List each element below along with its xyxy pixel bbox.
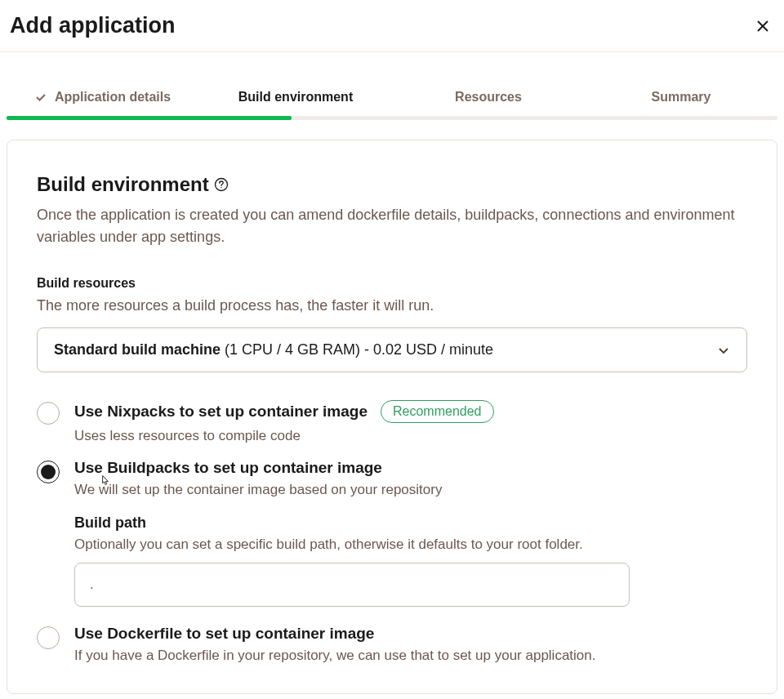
cursor-pointer-icon <box>97 474 114 490</box>
header-divider <box>0 51 784 52</box>
radio-title: Use Buildpacks to set up container image <box>74 459 382 477</box>
select-bold: Standard build machine <box>54 341 220 358</box>
step-label: Summary <box>652 90 711 105</box>
step-resources[interactable]: Resources <box>392 78 585 116</box>
check-icon <box>35 91 47 103</box>
radio-title-row: Use Nixpacks to set up container image R… <box>74 400 747 423</box>
radio-content: Use Nixpacks to set up container image R… <box>74 400 747 444</box>
close-icon <box>755 18 771 34</box>
build-resources-title: Build resources <box>37 276 747 291</box>
radio-group: Use Nixpacks to set up container image R… <box>37 400 747 664</box>
radio-option-nixpacks[interactable]: Use Nixpacks to set up container image R… <box>37 400 747 444</box>
radio-title-row: Use Buildpacks to set up container image <box>74 459 747 477</box>
build-path-description: Optionally you can set a specific build … <box>74 536 747 553</box>
progress-bar <box>7 116 777 120</box>
step-summary[interactable]: Summary <box>585 78 777 116</box>
svg-point-3 <box>220 187 221 188</box>
radio-content: Use Dockerfile to set up container image… <box>74 625 747 664</box>
help-icon[interactable] <box>214 177 229 192</box>
build-machine-select[interactable]: Standard build machine (1 CPU / 4 GB RAM… <box>37 327 747 372</box>
step-label: Resources <box>455 90 522 105</box>
section-title-row: Build environment <box>37 173 747 196</box>
select-rest: (1 CPU / 4 GB RAM) - 0.02 USD / minute <box>220 341 493 358</box>
radio-indicator <box>37 461 60 483</box>
radio-option-buildpacks[interactable]: Use Buildpacks to set up container image… <box>37 459 747 607</box>
dialog-header: Add application <box>0 0 784 51</box>
build-path-section: Build path Optionally you can set a spec… <box>74 514 747 607</box>
radio-title: Use Dockerfile to set up container image <box>74 625 374 643</box>
select-text: Standard build machine (1 CPU / 4 GB RAM… <box>54 341 493 358</box>
step-label: Build environment <box>238 90 353 105</box>
step-build-environment[interactable]: Build environment <box>199 78 392 116</box>
build-resources-section: Build resources The more resources a bui… <box>37 276 747 372</box>
radio-indicator <box>37 402 60 425</box>
radio-content: Use Buildpacks to set up container image… <box>74 459 747 607</box>
step-label: Application details <box>55 90 171 105</box>
stepper: Application details Build environment Re… <box>0 78 784 116</box>
radio-description: If you have a Dockerfile in your reposit… <box>74 648 747 664</box>
radio-indicator <box>37 626 60 649</box>
radio-title: Use Nixpacks to set up container image <box>74 403 368 421</box>
radio-title-row: Use Dockerfile to set up container image <box>74 625 747 643</box>
progress-fill <box>7 116 292 120</box>
section-title: Build environment <box>37 173 209 196</box>
build-path-input[interactable] <box>74 563 630 607</box>
radio-option-dockerfile[interactable]: Use Dockerfile to set up container image… <box>37 625 747 664</box>
dialog-title: Add application <box>10 13 176 38</box>
section-description: Once the application is created you can … <box>37 204 747 248</box>
build-resources-description: The more resources a build process has, … <box>37 297 747 314</box>
chevron-down-icon <box>717 344 730 357</box>
radio-description: Uses less resources to compile code <box>74 428 747 444</box>
recommended-badge: Recommended <box>381 400 494 423</box>
content-card: Build environment Once the application i… <box>7 140 777 694</box>
step-application-details[interactable]: Application details <box>7 78 199 116</box>
radio-description: We will set up the container image based… <box>74 482 747 498</box>
build-path-title: Build path <box>74 514 747 532</box>
close-button[interactable] <box>751 15 774 38</box>
